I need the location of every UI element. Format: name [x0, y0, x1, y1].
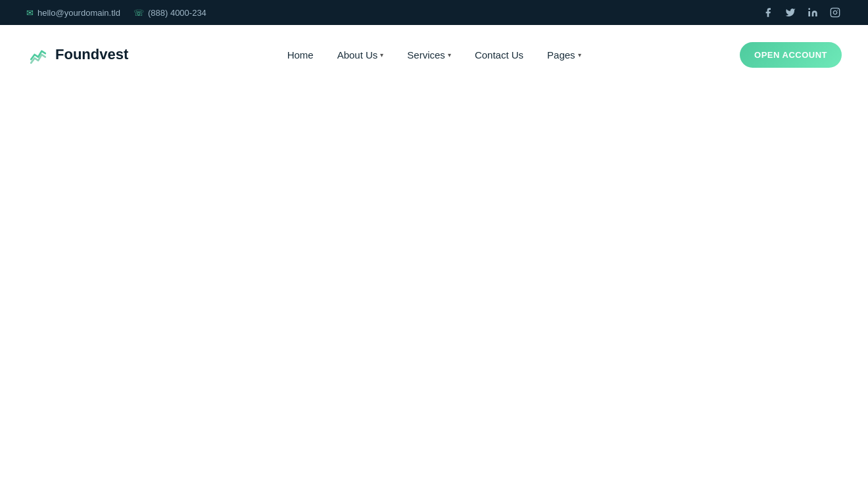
logo-text: Foundvest: [55, 46, 128, 63]
top-bar: ✉ hello@yourdomain.tld ☏ (888) 4000-234: [0, 0, 868, 25]
nav-label-home: Home: [287, 49, 314, 61]
email-text: hello@yourdomain.tld: [37, 8, 120, 18]
navbar: Foundvest Home About Us ▾ Services ▾ Con…: [0, 25, 868, 84]
logo-icon: [26, 43, 50, 66]
chevron-down-icon-pages: ▾: [578, 51, 581, 59]
nav-label-services: Services: [407, 49, 445, 61]
nav-link-pages[interactable]: Pages ▾: [535, 43, 593, 67]
instagram-icon[interactable]: [829, 6, 842, 19]
nav-link-contact[interactable]: Contact Us: [463, 43, 535, 67]
svg-point-0: [808, 8, 810, 10]
logo[interactable]: Foundvest: [26, 43, 128, 66]
top-bar-contact: ✉ hello@yourdomain.tld ☏ (888) 4000-234: [26, 8, 206, 18]
nav-link-home[interactable]: Home: [276, 43, 326, 67]
svg-rect-1: [831, 8, 839, 16]
main-content: [0, 84, 868, 498]
nav-item-home: Home: [276, 43, 326, 67]
phone-icon: ☏: [133, 8, 144, 18]
twitter-icon[interactable]: [784, 6, 797, 19]
nav-item-about: About Us ▾: [326, 43, 396, 67]
nav-item-pages: Pages ▾: [535, 43, 593, 67]
chevron-down-icon-services: ▾: [448, 51, 451, 59]
linkedin-icon[interactable]: [806, 6, 819, 19]
chevron-down-icon-about: ▾: [380, 51, 383, 59]
nav-menu: Home About Us ▾ Services ▾ Contact Us Pa…: [276, 43, 593, 67]
nav-link-about[interactable]: About Us ▾: [326, 43, 396, 67]
social-links: [761, 6, 842, 19]
nav-label-pages: Pages: [547, 49, 575, 61]
nav-item-contact: Contact Us: [463, 43, 535, 67]
nav-label-about: About Us: [337, 49, 378, 61]
open-account-button[interactable]: OPEN ACCOUNT: [740, 42, 842, 68]
svg-rect-3: [26, 43, 50, 66]
nav-label-contact: Contact Us: [475, 49, 523, 61]
phone-text: (888) 4000-234: [148, 8, 206, 18]
phone-link[interactable]: ☏ (888) 4000-234: [133, 8, 206, 18]
email-icon: ✉: [26, 8, 34, 18]
email-link[interactable]: ✉ hello@yourdomain.tld: [26, 8, 120, 18]
nav-link-services[interactable]: Services ▾: [395, 43, 463, 67]
nav-cta-area: OPEN ACCOUNT: [740, 42, 842, 68]
facebook-icon[interactable]: [761, 6, 775, 19]
nav-item-services: Services ▾: [395, 43, 463, 67]
